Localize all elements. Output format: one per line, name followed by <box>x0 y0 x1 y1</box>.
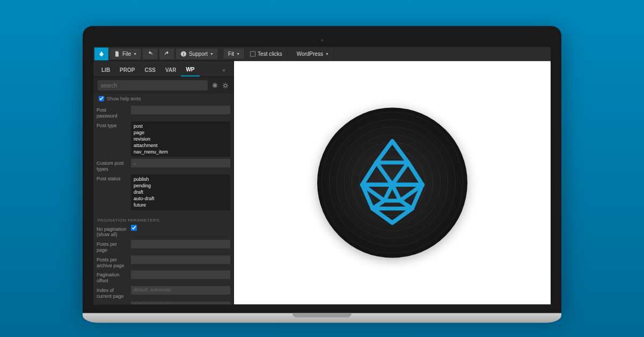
wordpress-menu[interactable]: WordPress ▼ <box>292 49 334 59</box>
custom-post-types-input[interactable]: .. <box>131 159 230 167</box>
list-item[interactable]: future <box>134 202 228 208</box>
current-static-input[interactable]: default, automatic <box>131 301 230 304</box>
list-item[interactable]: post <box>134 122 228 129</box>
top-toolbar: File ▼ Support ▼ Fit ▼ <box>93 47 551 61</box>
redo-button[interactable] <box>159 48 175 59</box>
support-menu[interactable]: Support ▼ <box>176 48 218 59</box>
clear-search-button[interactable] <box>211 82 218 89</box>
undo-icon <box>147 50 153 57</box>
pinegrow-badge <box>317 108 467 258</box>
current-static-label: Current page for static page <box>97 301 128 304</box>
show-help-row[interactable]: Show help texts <box>93 94 233 104</box>
list-item[interactable]: draft <box>134 189 228 195</box>
file-menu[interactable]: File ▼ <box>109 48 142 59</box>
laptop-base <box>83 313 561 323</box>
posts-per-page-label: Posts per page <box>97 240 128 253</box>
tab-lib[interactable]: LIB <box>97 64 115 76</box>
post-type-select[interactable]: post page revision attachment nav_menu_i… <box>131 121 230 157</box>
no-pagination-checkbox[interactable] <box>131 224 137 230</box>
posts-per-page-input[interactable] <box>131 240 230 248</box>
list-item[interactable]: auto-draft <box>134 195 228 202</box>
show-help-label: Show help texts <box>107 96 141 101</box>
pagination-offset-label: Pagination offset <box>97 270 128 284</box>
pagination-offset-input[interactable] <box>131 270 230 279</box>
logo-button[interactable] <box>94 47 108 60</box>
chevron-down-icon: ▼ <box>133 52 137 56</box>
settings-button[interactable] <box>222 82 229 89</box>
tab-var[interactable]: VAR <box>160 64 181 76</box>
chevron-down-icon: ▼ <box>210 52 214 56</box>
zoom-fit-button[interactable]: Fit ▼ <box>224 49 245 59</box>
search-input[interactable] <box>98 80 208 91</box>
post-status-select[interactable]: publish pending draft auto-draft future <box>131 174 230 210</box>
checkbox-icon <box>250 51 255 56</box>
post-password-label: Post password <box>97 106 128 119</box>
custom-post-types-label: Custom post types <box>97 159 128 172</box>
post-status-label: Post status <box>97 174 128 181</box>
info-icon <box>180 50 187 57</box>
svg-point-4 <box>224 84 227 87</box>
tab-wp[interactable]: WP <box>181 63 199 77</box>
chevron-down-icon: ▼ <box>236 52 240 56</box>
list-item[interactable]: revision <box>134 135 228 142</box>
file-label: File <box>122 51 131 57</box>
design-canvas[interactable] <box>234 61 551 305</box>
file-icon <box>114 50 120 57</box>
redo-icon <box>164 50 170 57</box>
pagination-header: PAGINATION PARAMETERS <box>97 212 230 224</box>
list-item[interactable]: page <box>134 129 228 135</box>
post-password-input[interactable] <box>131 106 230 114</box>
post-type-label: Post type <box>97 121 128 128</box>
svg-rect-2 <box>184 52 184 53</box>
index-current-input[interactable]: default, automatic <box>131 286 230 295</box>
pinegrow-logo-icon <box>352 137 433 229</box>
gear-icon <box>222 82 229 89</box>
list-item[interactable]: attachment <box>134 142 228 149</box>
chevron-down-icon: ▼ <box>325 52 329 56</box>
posts-per-archive-label: Posts per archive page <box>97 255 128 268</box>
wordpress-label: WordPress <box>297 51 323 57</box>
undo-button[interactable] <box>143 48 158 59</box>
index-current-label: Index of current page <box>97 286 128 299</box>
collapse-sidebar-button[interactable]: « <box>217 64 230 76</box>
fit-label: Fit <box>228 51 234 57</box>
list-item[interactable]: nav_menu_item <box>134 149 228 155</box>
tab-css[interactable]: CSS <box>140 64 160 76</box>
support-label: Support <box>189 51 208 57</box>
test-clicks-toggle[interactable]: Test clicks <box>246 49 287 59</box>
close-icon <box>212 83 218 89</box>
posts-per-archive-input[interactable] <box>131 255 230 263</box>
list-item[interactable]: publish <box>134 175 228 182</box>
no-pagination-label: No pagination (show all) <box>97 224 128 238</box>
svg-rect-1 <box>184 53 184 55</box>
left-sidebar: LIB PROP CSS VAR WP « <box>93 61 234 305</box>
properties-panel[interactable]: Post password Post type post page revisi… <box>93 104 233 305</box>
sidebar-tabs: LIB PROP CSS VAR WP « <box>93 61 233 77</box>
tab-prop[interactable]: PROP <box>115 64 140 76</box>
list-item[interactable]: pending <box>134 182 228 189</box>
test-clicks-label: Test clicks <box>258 51 282 57</box>
show-help-checkbox[interactable] <box>99 96 104 101</box>
camera-dot <box>321 39 324 42</box>
pinegrow-icon <box>98 50 105 57</box>
